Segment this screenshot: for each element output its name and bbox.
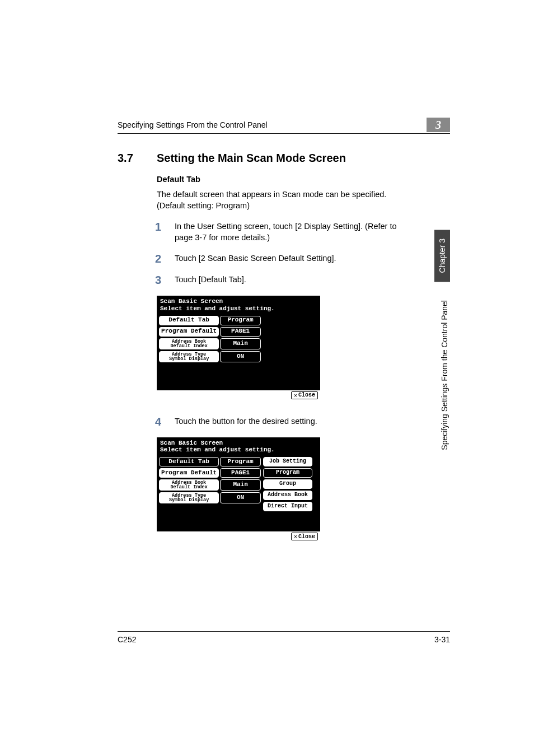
intro-paragraph: The default screen that appears in Scan … xyxy=(157,189,414,211)
address-book-option-button[interactable]: Address Book xyxy=(263,491,312,500)
step-number: 2 xyxy=(151,253,161,264)
program-default-value: PAGE1 xyxy=(220,468,261,478)
program-default-button[interactable]: Program Default xyxy=(159,468,219,478)
address-type-symbol-value: ON xyxy=(220,351,261,362)
step-text: In the User Setting screen, touch [2 Dis… xyxy=(175,221,414,243)
side-tab-chapter: Chapter 3 xyxy=(434,230,450,282)
lcd-settings-column: Default Tab Program Program Default PAGE… xyxy=(159,457,261,526)
close-label: Close xyxy=(298,534,315,540)
lcd-close-bar: ✕ Close xyxy=(157,531,320,542)
section-heading: 3.7 Setting the Main Scan Mode Screen xyxy=(118,152,450,165)
address-book-index-value: Main xyxy=(220,338,261,349)
lcd-header: Scan Basic Screen Select item and adjust… xyxy=(157,296,320,313)
lcd-row-program-default: Program Default PAGE1 xyxy=(159,327,261,337)
lcd-settings-column: Default Tab Program Program Default PAGE… xyxy=(159,316,261,385)
lcd-header: Scan Basic Screen Select item and adjust… xyxy=(157,437,320,455)
lcd-body: Default Tab Program Program Default PAGE… xyxy=(157,314,320,390)
step-number: 4 xyxy=(151,416,161,427)
lcd-title-line1: Scan Basic Screen xyxy=(160,298,317,305)
step-2: 2 Touch [2 Scan Basic Screen Default Set… xyxy=(151,253,414,264)
subheading-default-tab: Default Tab xyxy=(157,175,450,184)
lcd-row-address-book-index: Address Book Default Index Main xyxy=(159,479,261,491)
lcd-panel: Scan Basic Screen Select item and adjust… xyxy=(157,296,320,400)
step-4: 4 Touch the button for the desired setti… xyxy=(151,416,414,427)
screenshot-2: Scan Basic Screen Select item and adjust… xyxy=(157,437,450,542)
close-icon: ✕ xyxy=(294,392,297,399)
lcd-row-default-tab: Default Tab Program xyxy=(159,316,261,325)
step-text: Touch the button for the desired setting… xyxy=(175,416,414,427)
step-list-2: 4 Touch the button for the desired setti… xyxy=(151,416,414,427)
program-default-value: PAGE1 xyxy=(220,327,261,337)
close-icon: ✕ xyxy=(294,533,297,540)
lcd-title-line2: Select item and adjust setting. xyxy=(160,446,317,454)
page-header: Specifying Settings From the Control Pan… xyxy=(118,118,450,134)
program-default-button[interactable]: Program Default xyxy=(159,327,219,337)
lcd-title-line2: Select item and adjust setting. xyxy=(160,305,317,312)
default-tab-button[interactable]: Default Tab xyxy=(159,457,219,466)
step-1: 1 In the User Setting screen, touch [2 D… xyxy=(151,221,414,243)
close-label: Close xyxy=(298,392,315,398)
address-book-index-value: Main xyxy=(220,479,261,491)
section-title: Setting the Main Scan Mode Screen xyxy=(157,152,346,165)
lcd-panel: Scan Basic Screen Select item and adjust… xyxy=(157,437,320,542)
page: Specifying Settings From the Control Pan… xyxy=(0,0,534,756)
step-3: 3 Touch [Default Tab]. xyxy=(151,274,414,286)
footer-page: 3-31 xyxy=(434,635,450,644)
step-number: 1 xyxy=(151,221,161,243)
group-option-button[interactable]: Group xyxy=(263,479,312,489)
step-text: Touch [2 Scan Basic Screen Default Setti… xyxy=(175,253,414,264)
default-tab-button[interactable]: Default Tab xyxy=(159,316,219,325)
address-type-symbol-button[interactable]: Address Type Symbol Display xyxy=(159,351,219,362)
footer-model: C252 xyxy=(118,635,136,644)
job-setting-label: Job Setting xyxy=(263,457,312,466)
page-footer: C252 3-31 xyxy=(118,631,450,644)
default-tab-value: Program xyxy=(220,457,261,466)
lcd-close-bar: ✕ Close xyxy=(157,390,320,400)
step-number: 3 xyxy=(151,274,161,286)
direct-input-option-button[interactable]: Direct Input xyxy=(263,502,312,511)
lcd-row-program-default: Program Default PAGE1 xyxy=(159,468,261,478)
lcd-row-address-type-symbol: Address Type Symbol Display ON xyxy=(159,351,261,362)
close-button[interactable]: ✕ Close xyxy=(291,533,318,540)
step-list: 1 In the User Setting screen, touch [2 D… xyxy=(151,221,414,286)
lcd-title-line1: Scan Basic Screen xyxy=(160,440,317,447)
address-book-index-button[interactable]: Address Book Default Index xyxy=(159,479,219,491)
header-section-title: Specifying Settings From the Control Pan… xyxy=(118,120,268,129)
program-option-button[interactable]: Program xyxy=(263,468,312,478)
lcd-body: Default Tab Program Program Default PAGE… xyxy=(157,455,320,531)
lcd-row-default-tab: Default Tab Program xyxy=(159,457,261,466)
side-tab-section: Specifying Settings From the Control Pan… xyxy=(439,291,450,459)
default-tab-value: Program xyxy=(220,316,261,325)
address-type-symbol-button[interactable]: Address Type Symbol Display xyxy=(159,492,219,503)
close-button[interactable]: ✕ Close xyxy=(291,391,318,399)
lcd-row-address-book-index: Address Book Default Index Main xyxy=(159,338,261,349)
address-book-index-button[interactable]: Address Book Default Index xyxy=(159,338,219,349)
lcd-row-address-type-symbol: Address Type Symbol Display ON xyxy=(159,492,261,503)
section-number: 3.7 xyxy=(118,152,143,165)
step-text: Touch [Default Tab]. xyxy=(175,274,414,286)
screenshot-1: Scan Basic Screen Select item and adjust… xyxy=(157,296,450,400)
address-type-symbol-value: ON xyxy=(220,492,261,503)
header-chapter-number: 3 xyxy=(427,118,450,132)
lcd-side-column: Job Setting Program Group Address Book D… xyxy=(263,457,312,526)
